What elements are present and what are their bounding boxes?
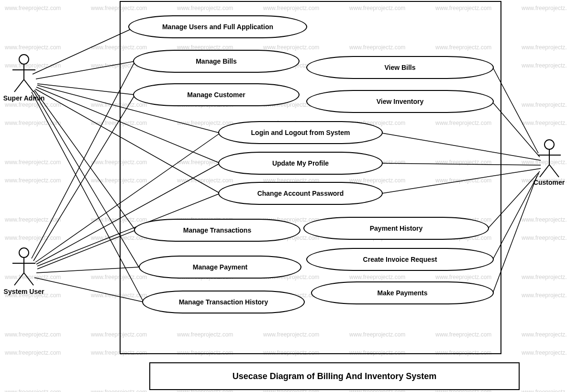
usecase-payment-history: Payment History [303, 217, 489, 240]
svg-point-35 [545, 140, 554, 149]
watermark-text: www.freeprojectz.com [5, 177, 61, 184]
watermark-text: www.freeprojectz.com [522, 120, 567, 126]
watermark-text: www.freeprojectz.com [522, 389, 567, 392]
svg-line-34 [24, 273, 33, 285]
watermark-text: www.freeprojectz.com [91, 389, 147, 392]
watermark-text: www.freeprojectz.com [5, 120, 61, 126]
watermark-text: www.freeprojectz.com [522, 349, 567, 356]
watermark-text: www.freeprojectz.com [5, 216, 61, 223]
watermark-text: www.freeprojectz.com [5, 349, 61, 356]
usecase-make-payments: Make Payments [311, 281, 494, 304]
watermark-text: www.freeprojectz.com [5, 331, 61, 338]
watermark-text: www.freeprojectz.com [5, 44, 61, 51]
diagram-title-box: Usecase Diagram of Billing And Inventory… [149, 362, 520, 390]
usecase-update-profile: Update My Profile [218, 152, 383, 175]
svg-line-39 [549, 165, 559, 177]
watermark-text: www.freeprojectz.com [522, 235, 567, 241]
watermark-text: www.freeprojectz.com [522, 216, 567, 223]
system-user-actor-icon [10, 247, 38, 287]
usecase-create-invoice: Create Invoice Request [306, 248, 494, 271]
watermark-text: www.freeprojectz.com [522, 331, 567, 338]
watermark-text: www.freeprojectz.com [522, 5, 567, 11]
watermark-text: www.freeprojectz.com [522, 292, 567, 299]
usecase-view-inventory: View Inventory [306, 90, 494, 113]
usecase-change-password: Change Account Password [218, 182, 383, 205]
super-admin-actor-icon [10, 54, 38, 94]
watermark-text: www.freeprojectz.com [5, 159, 61, 166]
diagram-title: Usecase Diagram of Billing And Inventory… [233, 371, 436, 381]
svg-line-28 [14, 79, 24, 92]
svg-line-29 [24, 79, 33, 92]
usecase-login-logout: Login and Logout from System [218, 121, 383, 144]
watermark-text: www.freeprojectz.com [522, 101, 567, 108]
usecase-view-bills: View Bills [306, 56, 494, 79]
usecase-manage-transactions: Manage Transactions [134, 219, 300, 242]
usecase-manage-trans-history: Manage Transaction History [142, 291, 305, 314]
super-admin-label: Super Admin [0, 94, 48, 102]
customer-label: Customer [531, 179, 567, 186]
svg-point-30 [19, 248, 29, 258]
watermark-text: www.freeprojectz.com [522, 62, 567, 69]
svg-point-25 [19, 55, 29, 64]
watermark-text: www.freeprojectz.com [5, 101, 61, 108]
usecase-manage-payment: Manage Payment [139, 256, 301, 279]
usecase-manage-bills: Manage Bills [133, 50, 300, 73]
usecase-manage-customer: Manage Customer [133, 83, 300, 106]
watermark-text: www.freeprojectz.com [5, 5, 61, 11]
svg-line-38 [540, 165, 549, 177]
watermark-text: www.freeprojectz.com [522, 44, 567, 51]
svg-line-33 [14, 273, 24, 285]
watermark-text: www.freeprojectz.com [5, 389, 61, 392]
watermark-text: www.freeprojectz.com [522, 274, 567, 280]
system-user-label: System User [0, 288, 48, 295]
watermark-text: www.freeprojectz.com [5, 235, 61, 241]
usecase-manage-users: Manage Users and Full Application [128, 15, 307, 38]
customer-actor-icon [535, 139, 564, 179]
